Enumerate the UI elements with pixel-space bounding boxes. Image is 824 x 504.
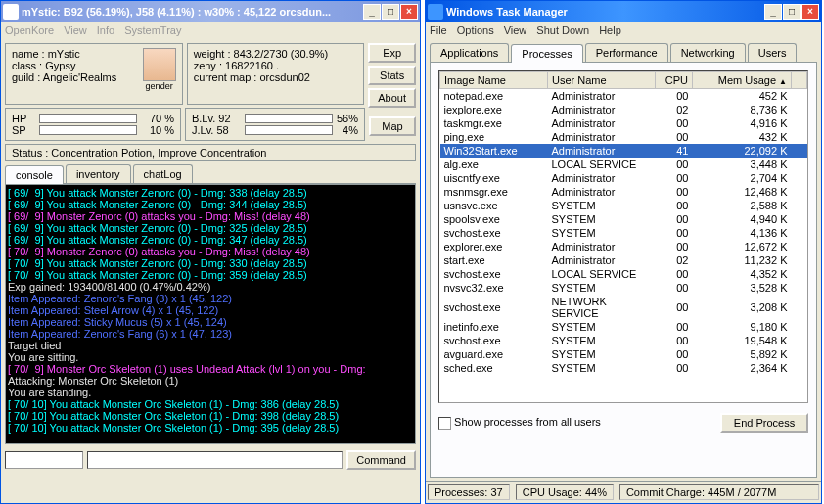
blv-pct: 56%	[337, 113, 358, 124]
jlv-bar	[245, 125, 333, 135]
table-row[interactable]: svchost.exeNETWORK SERVICE003,208 K	[440, 295, 807, 320]
tab-users[interactable]: Users	[748, 43, 798, 62]
command-button[interactable]: Command	[346, 450, 416, 470]
kore-titlebar[interactable]: mYstic: B92 (56.19%), J58 (4.11%) : w30%…	[1, 1, 420, 22]
jlv-label: J.Lv. 58	[192, 124, 241, 136]
table-row[interactable]: sched.exeSYSTEM002,364 K	[440, 361, 807, 375]
table-row[interactable]: iexplore.exeAdministrator028,736 K	[440, 103, 807, 116]
table-row[interactable]: msnmsgr.exeAdministrator0012,468 K	[440, 185, 807, 199]
menu-options[interactable]: Options	[457, 24, 494, 36]
tab-applications[interactable]: Applications	[430, 43, 509, 62]
status-commit: Commit Charge: 445M / 2077M	[619, 484, 819, 500]
show-all-checkbox[interactable]: Show processes from all users	[438, 416, 601, 430]
table-row[interactable]: svchost.exeLOCAL SERVICE004,352 K	[440, 267, 807, 281]
console-line: Item Appeared: Steel Arrow (4) x 1 (45, …	[8, 304, 413, 316]
command-input[interactable]	[87, 451, 343, 469]
stats-button[interactable]: Stats	[368, 66, 416, 85]
table-row[interactable]: alg.exeLOCAL SERVICE003,448 K	[440, 158, 807, 171]
tab-console[interactable]: console	[5, 165, 64, 184]
guild-value: Angelic'Realms	[43, 71, 116, 83]
menu-file[interactable]: File	[430, 24, 447, 36]
col-cpu[interactable]: CPU	[656, 72, 693, 89]
app-icon	[3, 4, 19, 20]
table-row[interactable]: taskmgr.exeAdministrator004,916 K	[440, 116, 807, 130]
zeny-label: zeny :	[194, 60, 222, 71]
name-value: mYstic	[48, 48, 80, 60]
tab-performance[interactable]: Performance	[585, 43, 668, 62]
table-row[interactable]: nvsvc32.exeSYSTEM003,528 K	[440, 281, 807, 295]
target-input[interactable]	[5, 451, 83, 469]
name-label: name :	[12, 48, 45, 60]
table-row[interactable]: usnsvc.exeSYSTEM002,588 K	[440, 199, 807, 212]
tab-chatlog[interactable]: chatLog	[133, 164, 193, 183]
close-button[interactable]: ×	[400, 4, 418, 20]
tab-inventory[interactable]: inventory	[66, 164, 131, 183]
about-button[interactable]: About	[368, 88, 416, 108]
console-line: Exp gained: 193400/81400 (0.47%/0.42%)	[8, 281, 413, 293]
char-panel: name : mYstic class : Gypsy guild : Ange…	[5, 43, 183, 105]
tm-minimize-button[interactable]: _	[764, 4, 782, 20]
menu-help[interactable]: Help	[599, 24, 621, 36]
map-value: orcsdun02	[260, 71, 310, 83]
console-line: [ 70/ 10] You attack Monster Orc Skeleto…	[8, 410, 413, 422]
table-row[interactable]: avguard.exeSYSTEM005,892 K	[440, 347, 807, 361]
process-table-container[interactable]: Image Name User Name CPU Mem Usage▲ note…	[438, 70, 808, 403]
taskmgr-titlebar[interactable]: Windows Task Manager _ □ ×	[426, 1, 821, 22]
console-line: [ 70/ 10] You attack Monster Orc Skeleto…	[8, 398, 413, 410]
maximize-button[interactable]: □	[382, 4, 399, 20]
console-line: [ 69/ 9] Monster Zenorc (0) attacks you …	[8, 210, 413, 222]
console-line: [ 69/ 9] You attack Monster Zenorc (0) -…	[8, 222, 413, 234]
kore-tabs: console inventory chatLog	[5, 164, 416, 184]
gender-label: gender	[146, 81, 173, 91]
exp-button[interactable]: Exp	[368, 43, 416, 63]
col-mem-usage[interactable]: Mem Usage▲	[693, 72, 792, 89]
hp-bar	[39, 114, 137, 123]
minimize-button[interactable]: _	[363, 4, 381, 20]
console-line: [ 70/ 9] Monster Zenorc (0) attacks you …	[8, 246, 413, 257]
kore-title: mYstic: B92 (56.19%), J58 (4.11%) : w30%…	[22, 6, 363, 18]
menu-info[interactable]: Info	[97, 24, 114, 36]
menu-shutdown[interactable]: Shut Down	[536, 24, 589, 36]
status-cpu: CPU Usage: 44%	[516, 484, 614, 500]
console-line: [ 69/ 9] You attack Monster Zenorc (0) -…	[8, 199, 413, 210]
tm-maximize-button[interactable]: □	[783, 4, 801, 20]
hp-pct: 70 %	[150, 113, 174, 124]
tm-close-button[interactable]: ×	[801, 4, 819, 20]
table-row[interactable]: ping.exeAdministrator00432 K	[440, 130, 807, 144]
process-table: Image Name User Name CPU Mem Usage▲ note…	[439, 71, 807, 375]
table-row[interactable]: inetinfo.exeSYSTEM009,180 K	[440, 320, 807, 334]
jlv-pct: 4%	[343, 124, 358, 136]
col-image-name[interactable]: Image Name	[440, 72, 548, 89]
tab-processes[interactable]: Processes	[511, 44, 582, 63]
menu-view-tm[interactable]: View	[504, 24, 527, 36]
kore-menubar: OpenKore View Info SystemTray	[1, 22, 420, 39]
col-user-name[interactable]: User Name	[548, 72, 656, 89]
sp-pct: 10 %	[150, 124, 174, 136]
status-value: Concentration Potion, Improve Concentrat…	[51, 147, 266, 159]
table-row[interactable]: notepad.exeAdministrator00452 K	[440, 89, 807, 104]
console-output[interactable]: [ 69/ 9] You attack Monster Zenorc (0) -…	[5, 184, 416, 444]
table-row[interactable]: svchost.exeSYSTEM004,136 K	[440, 226, 807, 240]
menu-view[interactable]: View	[64, 24, 87, 36]
map-button[interactable]: Map	[369, 116, 416, 136]
status-panel: Status : Concentration Potion, Improve C…	[5, 144, 416, 161]
hpsp-panel: HP70 % SP10 %	[5, 108, 181, 141]
table-row[interactable]: uiscntfy.exeAdministrator002,704 K	[440, 171, 807, 185]
openkore-window: mYstic: B92 (56.19%), J58 (4.11%) : w30%…	[0, 0, 421, 504]
table-row[interactable]: Win32Start.exeAdministrator4122,092 K	[440, 144, 807, 158]
taskmgr-icon	[428, 4, 443, 20]
table-row[interactable]: explorer.exeAdministrator0012,672 K	[440, 240, 807, 253]
status-label: Status :	[12, 147, 48, 159]
avatar	[143, 48, 176, 81]
tab-networking[interactable]: Networking	[670, 43, 746, 62]
table-row[interactable]: start.exeAdministrator0211,232 K	[440, 253, 807, 267]
weight-value: 843.2/2730 (30.9%)	[234, 48, 329, 60]
console-line: You are standing.	[8, 387, 413, 398]
table-row[interactable]: spoolsv.exeSYSTEM004,940 K	[440, 212, 807, 226]
zeny-value: 16822160 .	[225, 60, 279, 71]
menu-openkore[interactable]: OpenKore	[5, 24, 54, 36]
status-processes: Processes: 37	[428, 484, 510, 500]
table-row[interactable]: svchost.exeSYSTEM0019,548 K	[440, 334, 807, 347]
end-process-button[interactable]: End Process	[720, 413, 808, 433]
menu-systemtray[interactable]: SystemTray	[124, 24, 181, 36]
